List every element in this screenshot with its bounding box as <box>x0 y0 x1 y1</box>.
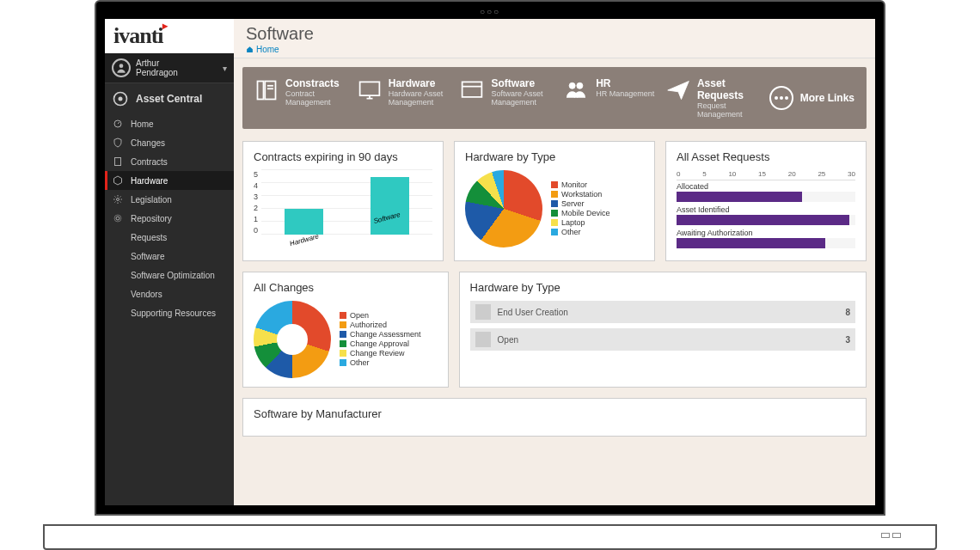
svg-point-2 <box>119 97 123 101</box>
donut-legend: OpenAuthorizedChange AssessmentChange Ap… <box>340 311 421 368</box>
svg-rect-12 <box>359 82 379 95</box>
panel-title: All Changes <box>254 281 438 294</box>
blank-icon <box>112 269 124 281</box>
svg-point-0 <box>119 64 124 68</box>
logo-bar: ivanti ▸ <box>105 19 234 53</box>
brand-logo: ivanti ▸ <box>113 23 163 49</box>
sidebar-item-contracts[interactable]: Contracts <box>105 152 234 171</box>
blank-icon <box>112 307 124 319</box>
svg-point-7 <box>114 215 121 222</box>
send-icon <box>666 77 690 103</box>
panel-title: Hardware by Type <box>470 281 855 294</box>
legend-label: Change Review <box>350 349 405 358</box>
sidebar-item-changes[interactable]: Changes <box>105 133 234 152</box>
sidebar-item-software[interactable]: Software <box>105 247 234 266</box>
nav-label: Requests <box>131 233 167 242</box>
sidebar-item-repository[interactable]: Repository <box>105 209 234 228</box>
user-last: Pendragon <box>136 68 178 77</box>
svg-point-17 <box>569 82 575 89</box>
app-section-row[interactable]: Asset Central <box>105 83 234 114</box>
list-item-count: 3 <box>845 335 850 345</box>
list-item-icon <box>475 332 491 347</box>
quicklink-title: Software <box>491 77 554 89</box>
quicklink-constracts[interactable]: ConstractsContract Management <box>254 77 349 119</box>
quicklink-title: HR <box>596 77 654 89</box>
list-item[interactable]: Open3 <box>470 328 855 351</box>
svg-rect-9 <box>265 82 275 100</box>
sidebar: ivanti ▸ Arthur Pendragon ▾ <box>105 19 234 505</box>
legend-label: Mobile Device <box>561 209 610 217</box>
list-item-label: End User Creation <box>498 308 568 317</box>
legend-label: Laptop <box>561 218 585 227</box>
more-links-button[interactable]: More Links <box>769 86 854 110</box>
quicklink-hr[interactable]: HRHR Management <box>563 77 658 119</box>
quicklink-subtitle: Request Management <box>697 101 761 119</box>
brand-caret-icon: ▸ <box>162 20 167 33</box>
app-section-label: Asset Central <box>136 93 202 105</box>
sidebar-item-home[interactable]: Home <box>105 114 234 133</box>
quicklink-title: Asset Requests <box>697 77 761 101</box>
panel-sw-manufacturer: Software by Manufacturer <box>242 398 867 437</box>
breadcrumb[interactable]: Home <box>246 45 863 54</box>
quicklink-subtitle: Hardware Asset Management <box>389 89 452 107</box>
sidebar-item-supporting-resources[interactable]: Supporting Resources <box>105 303 234 322</box>
sidebar-item-hardware[interactable]: Hardware <box>105 171 234 190</box>
user-menu[interactable]: Arthur Pendragon ▾ <box>105 53 234 83</box>
legend-item: Other <box>551 228 610 236</box>
hbar-track <box>677 215 855 225</box>
laptop-frame: ○○○ ivanti ▸ <box>43 0 937 550</box>
nav-label: Contracts <box>131 157 168 167</box>
main-area: Software Home ConstractsContract Managem… <box>234 19 875 505</box>
nav-label: Software Optimization <box>131 271 215 280</box>
nav-list: HomeChangesContractsHardwareLegislationR… <box>105 114 234 322</box>
base-indicator <box>881 533 901 538</box>
camera-dots: ○○○ <box>480 7 500 16</box>
window-icon <box>460 77 484 103</box>
quicklink-hardware[interactable]: HardwareHardware Asset Management <box>358 77 452 119</box>
legend-item: Change Review <box>340 349 421 358</box>
blank-icon <box>112 231 124 243</box>
legend-item: Change Approval <box>340 339 421 348</box>
panel-title: Software by Manufacturer <box>254 407 855 420</box>
legend-label: Monitor <box>561 180 587 189</box>
blank-icon <box>112 288 124 300</box>
quicklink-software[interactable]: SoftwareSoftware Asset Management <box>460 77 554 119</box>
quicklinks-bar: ConstractsContract ManagementHardwareHar… <box>242 67 867 129</box>
svg-rect-8 <box>258 82 264 100</box>
legend-swatch <box>551 200 558 207</box>
sidebar-item-requests[interactable]: Requests <box>105 228 234 247</box>
sidebar-item-legislation[interactable]: Legislation <box>105 190 234 209</box>
legend-item: Mobile Device <box>551 209 610 217</box>
sidebar-item-software-optimization[interactable]: Software Optimization <box>105 266 234 284</box>
panels-row-3: Software by Manufacturer <box>242 398 867 437</box>
laptop-base <box>43 524 937 550</box>
bar <box>285 209 323 235</box>
sidebar-item-vendors[interactable]: Vendors <box>105 284 234 303</box>
list-item[interactable]: End User Creation8 <box>470 301 855 323</box>
quicklink-subtitle: Contract Management <box>285 89 349 107</box>
legend-item: Server <box>551 199 610 208</box>
panel-title: Contracts expiring in 90 days <box>254 150 432 163</box>
contracts-icon <box>254 77 279 103</box>
avatar-icon <box>112 58 131 77</box>
panel-requests: All Asset Requests 051015202530 Allocate… <box>665 141 867 261</box>
bar-chart-plot: HardwareSoftware <box>261 170 432 252</box>
legend-label: Authorized <box>350 321 387 329</box>
nav-label: Legislation <box>131 195 172 205</box>
quicklink-subtitle: HR Management <box>596 89 654 98</box>
shield-icon <box>112 137 124 149</box>
quicklink-asset-requests[interactable]: Asset RequestsRequest Management <box>666 77 761 119</box>
legend-label: Workstation <box>561 190 602 199</box>
gear2-icon <box>112 212 124 224</box>
hbar-label: Asset Identified <box>677 205 855 214</box>
nav-label: Repository <box>131 214 172 223</box>
page-title: Software <box>246 24 863 44</box>
legend-label: Change Approval <box>350 339 409 348</box>
pie-legend: MonitorWorkstationServerMobile DeviceLap… <box>551 180 610 237</box>
legend-item: Monitor <box>551 180 610 189</box>
panel-hw-list: Hardware by Type End User Creation8Open3 <box>459 272 867 388</box>
legend-swatch <box>551 210 558 217</box>
svg-point-6 <box>116 217 119 220</box>
hbar-label: Allocated <box>677 182 855 191</box>
user-first: Arthur <box>136 58 159 68</box>
